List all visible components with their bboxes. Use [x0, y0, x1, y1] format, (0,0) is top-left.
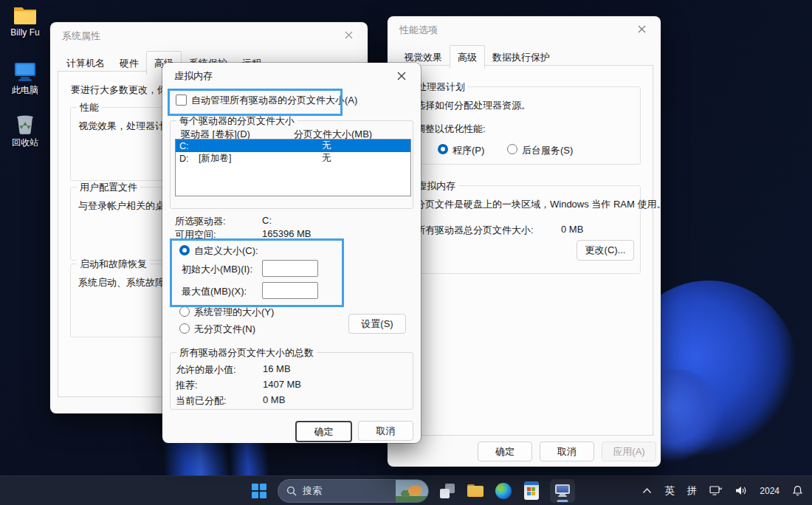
cancel-button[interactable]: 取消 — [358, 421, 413, 441]
window-title: 性能选项 — [399, 24, 438, 37]
system-properties-app-icon — [555, 484, 570, 497]
min-allowed-label: 允许的最小值: — [176, 363, 236, 377]
change-button[interactable]: 更改(C)... — [577, 240, 634, 261]
search-icon — [286, 486, 297, 496]
store-button[interactable] — [522, 481, 541, 501]
per-drive-group-label: 每个驱动器的分页文件大小 — [176, 114, 297, 128]
drive-row-c[interactable]: C: 无 — [176, 140, 410, 152]
ok-button[interactable]: 确定 — [478, 442, 532, 461]
virtual-memory-group-label: 虚拟内存 — [414, 179, 458, 193]
tab-dep[interactable]: 数据执行保护 — [485, 47, 557, 69]
volume-icon[interactable] — [735, 486, 747, 495]
desktop-icon-this-pc[interactable]: 此电脑 — [3, 62, 47, 97]
recycle-bin-icon — [16, 112, 35, 134]
close-icon[interactable] — [335, 26, 362, 44]
performance-options-window: 性能选项 视觉效果 高级 数据执行保护 处理器计划 选择如何分配处理器资源。 调… — [388, 16, 661, 467]
user-profiles-group-label: 用户配置文件 — [77, 181, 140, 194]
adjust-label: 调整以优化性能: — [416, 123, 486, 136]
desktop-icon-billy-fu[interactable]: Billy Fu — [3, 4, 47, 38]
window-title: 虚拟内存 — [174, 69, 213, 83]
file-explorer-button[interactable] — [466, 481, 485, 501]
virtual-memory-group: 虚拟内存 分页文件是硬盘上的一块区域，Windows 当作 RAM 使用。 所有… — [407, 185, 641, 274]
ok-button[interactable]: 确定 — [295, 421, 352, 442]
virtual-memory-titlebar[interactable]: 虚拟内存 — [162, 63, 421, 85]
virtual-memory-dialog: 虚拟内存 自动管理所有驱动器的分页文件大小(A) 每个驱动器的分页文件大小 驱动… — [162, 63, 421, 443]
system-properties-titlebar[interactable]: 系统属性 — [50, 22, 368, 47]
processor-group-label: 处理器计划 — [414, 80, 468, 94]
desktop-icon-recycle-bin[interactable]: 回收站 — [3, 112, 47, 149]
search-placeholder: 搜索 — [303, 484, 322, 498]
tab-advanced[interactable]: 高级 — [450, 45, 485, 69]
this-pc-icon — [14, 62, 36, 82]
no-paging-file-label[interactable]: 无分页文件(N) — [194, 323, 255, 336]
radio-background-services[interactable] — [507, 144, 517, 154]
ime-language-indicator[interactable]: 英 — [664, 484, 675, 498]
drive-row-d[interactable]: D: [新加卷] 无 — [176, 152, 410, 165]
desktop: Billy Fu 此电脑 回收站 系统属性 计算机名 硬件 高级 — [0, 0, 812, 505]
clock[interactable]: 2024 — [760, 486, 780, 496]
close-icon[interactable] — [388, 66, 415, 85]
drive-letter: D: — [179, 154, 199, 164]
totals-group: 所有驱动器分页文件大小的总数 允许的最小值: 16 MB 推荐: 1407 MB… — [170, 352, 413, 410]
active-app-indicator — [557, 500, 568, 502]
drive-volume: [新加卷] — [199, 152, 322, 165]
desktop-icon-label: 此电脑 — [3, 84, 47, 97]
drive-paging-size: 无 — [322, 140, 410, 152]
close-icon[interactable] — [628, 20, 655, 38]
tray-chevron-up-icon[interactable] — [642, 487, 652, 494]
desktop-icon-label: Billy Fu — [3, 27, 47, 38]
advanced-tab-panel: 处理器计划 选择如何分配处理器资源。 调整以优化性能: 程序(P) 后台服务(S… — [395, 65, 653, 436]
apply-button[interactable]: 应用(A) — [602, 442, 656, 461]
system-managed-label[interactable]: 系统管理的大小(Y) — [194, 306, 274, 319]
edge-button[interactable] — [494, 481, 513, 501]
cancel-button[interactable]: 取消 — [540, 442, 594, 461]
processor-group-desc: 选择如何分配处理器资源。 — [416, 99, 531, 112]
total-paging-label: 所有驱动器总分页文件大小: — [416, 224, 534, 237]
tab-computer-name[interactable]: 计算机名 — [59, 53, 112, 75]
selected-drive-label: 所选驱动器: — [175, 215, 226, 228]
total-paging-value: 0 MB — [561, 224, 583, 235]
edge-icon — [495, 483, 512, 499]
drive-listbox[interactable]: C: 无 D: [新加卷] 无 — [175, 139, 411, 196]
free-space-value: 165396 MB — [262, 228, 312, 239]
drive-letter: C: — [179, 141, 199, 151]
ime-pinyin-indicator[interactable]: 拼 — [687, 484, 698, 498]
radio-programs-label[interactable]: 程序(P) — [453, 144, 484, 157]
set-button[interactable]: 设置(S) — [348, 314, 406, 334]
virtual-memory-desc: 分页文件是硬盘上的一块区域，Windows 当作 RAM 使用。 — [416, 198, 666, 211]
startup-recovery-group-label: 启动和故障恢复 — [77, 258, 150, 271]
search-highlight-thumbnail[interactable] — [396, 480, 428, 502]
selected-drive-value: C: — [262, 215, 272, 226]
store-icon — [524, 481, 539, 500]
recommended-value: 1407 MB — [263, 379, 301, 390]
recommended-label: 推荐: — [176, 379, 198, 392]
processor-scheduling-group: 处理器计划 选择如何分配处理器资源。 调整以优化性能: 程序(P) 后台服务(S… — [407, 86, 641, 165]
radio-no-paging-file[interactable] — [179, 323, 190, 334]
file-explorer-icon — [467, 484, 484, 497]
search-box[interactable]: 搜索 — [278, 479, 429, 503]
window-title: 系统属性 — [62, 30, 100, 43]
annotation-highlight-custom-size — [170, 238, 344, 307]
task-view-icon — [440, 484, 455, 498]
windows-logo-icon — [252, 484, 266, 498]
radio-background-label[interactable]: 后台服务(S) — [522, 144, 573, 157]
totals-group-label: 所有驱动器分页文件大小的总数 — [176, 346, 317, 360]
start-button[interactable] — [250, 481, 269, 501]
radio-system-managed[interactable] — [179, 306, 190, 317]
notification-bell-icon[interactable] — [792, 485, 803, 496]
desktop-icon-label: 回收站 — [3, 137, 47, 149]
min-allowed-value: 16 MB — [263, 363, 291, 374]
taskbar: 搜索 英 拼 — [0, 475, 812, 505]
allocated-value: 0 MB — [263, 394, 285, 405]
performance-options-titlebar[interactable]: 性能选项 — [388, 16, 661, 41]
annotation-highlight-checkbox — [168, 89, 343, 116]
tab-hardware[interactable]: 硬件 — [112, 53, 146, 75]
radio-programs[interactable] — [438, 144, 448, 154]
allocated-label: 当前已分配: — [176, 394, 227, 408]
folder-icon — [13, 4, 38, 25]
network-icon[interactable] — [709, 486, 723, 496]
system-properties-taskbar-button[interactable] — [550, 479, 575, 503]
task-view-button[interactable] — [438, 481, 457, 501]
performance-group-label: 性能 — [77, 101, 102, 114]
drive-paging-size: 无 — [322, 152, 410, 165]
